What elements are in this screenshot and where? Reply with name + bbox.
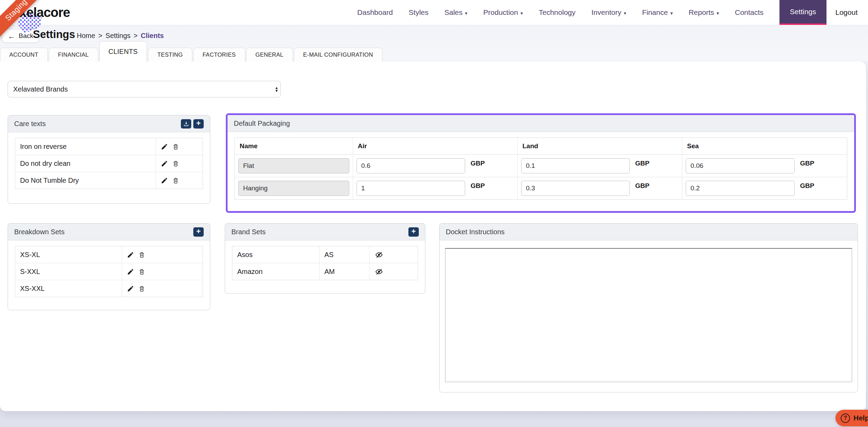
sea-cell: GBP xyxy=(682,177,847,199)
edit-button[interactable] xyxy=(127,268,134,275)
packaging-sea-input[interactable] xyxy=(686,181,795,196)
nav-contacts[interactable]: Contacts xyxy=(735,8,764,17)
add-brand-set-button[interactable]: + xyxy=(408,227,419,237)
nav-sales[interactable]: Sales ▾ xyxy=(444,8,468,17)
tab-financial[interactable]: FINANCIAL xyxy=(49,48,98,61)
plus-icon: + xyxy=(412,228,416,235)
sea-cell: GBP xyxy=(682,155,847,177)
air-cell: GBP xyxy=(353,155,518,177)
docket-instructions-textarea[interactable] xyxy=(445,248,852,382)
tab-email-configuration[interactable]: E-MAIL CONFIGURATION xyxy=(294,48,382,61)
delete-button[interactable] xyxy=(172,143,179,150)
nav-production[interactable]: Production ▾ xyxy=(483,8,523,17)
pencil-icon xyxy=(127,285,134,292)
nav-dashboard[interactable]: Dashboard xyxy=(357,8,393,17)
row-actions xyxy=(122,280,203,297)
brand-name: Asos xyxy=(232,246,320,263)
edit-button[interactable] xyxy=(127,285,134,292)
docket-instructions-body xyxy=(440,240,858,391)
delete-button[interactable] xyxy=(172,160,179,167)
packaging-air-input[interactable] xyxy=(357,181,465,196)
add-breakdown-set-button[interactable]: + xyxy=(193,227,204,237)
plus-icon: + xyxy=(196,120,201,127)
trash-icon xyxy=(172,160,179,167)
chevron-down-icon: ▾ xyxy=(465,10,468,16)
table-row: Amazon AM xyxy=(232,263,418,280)
breadcrumb-home[interactable]: Home xyxy=(77,32,95,40)
tab-general[interactable]: GENERAL xyxy=(246,48,293,61)
breakdown-set-value: S-XXL xyxy=(15,263,122,280)
chevron-down-icon: ▾ xyxy=(670,10,673,16)
land-cell: GBP xyxy=(518,155,682,177)
brand-code: AS xyxy=(320,246,370,263)
column-header-land: Land xyxy=(518,138,682,154)
default-packaging-header: Default Packaging xyxy=(228,115,854,132)
chevron-down-icon: ▾ xyxy=(520,10,523,16)
docket-instructions-header: Docket Instructions xyxy=(440,224,858,240)
delete-button[interactable] xyxy=(172,177,179,184)
nav-reports[interactable]: Reports ▾ xyxy=(689,8,719,17)
add-care-text-button[interactable]: + xyxy=(193,119,204,129)
packaging-land-input[interactable] xyxy=(521,158,630,173)
packaging-sea-input[interactable] xyxy=(686,158,795,173)
care-text-value: Do not dry clean xyxy=(15,155,156,172)
table-row: GBP GBP GBP xyxy=(235,155,847,177)
brand-sets-body: Asos AS Amazon AM xyxy=(225,240,425,286)
toggle-visibility-button[interactable] xyxy=(375,251,384,259)
breakdown-sets-body: XS-XL S-XXL XS-XXL xyxy=(8,240,210,303)
breakdown-sets-header: Breakdown Sets + xyxy=(8,224,210,240)
currency-label: GBP xyxy=(635,160,649,167)
help-button[interactable]: ? Help xyxy=(835,410,868,426)
brand-name: Amazon xyxy=(232,263,320,280)
care-text-value: Iron on reverse xyxy=(15,138,156,155)
trash-icon xyxy=(172,143,179,150)
nav-styles[interactable]: Styles xyxy=(409,8,428,17)
packaging-name-input xyxy=(238,181,349,196)
delete-button[interactable] xyxy=(138,285,145,292)
column-header-name: Name xyxy=(235,138,353,154)
eye-slash-icon xyxy=(375,251,384,259)
brand-sets-table: Asos AS Amazon AM xyxy=(232,246,418,280)
edit-button[interactable] xyxy=(127,251,134,258)
eye-slash-icon xyxy=(375,268,384,276)
tab-clients[interactable]: CLIENTS xyxy=(99,41,147,61)
toggle-visibility-button[interactable] xyxy=(375,268,384,276)
settings-tabs: ACCOUNT FINANCIAL CLIENTS TESTING FACTOR… xyxy=(0,41,384,61)
client-select[interactable]: Xelavated Brands ▴▾ xyxy=(8,81,281,97)
edit-button[interactable] xyxy=(161,177,168,184)
tab-testing[interactable]: TESTING xyxy=(148,48,192,61)
tab-factories[interactable]: FACTORIES xyxy=(193,48,245,61)
breakdown-sets-table: XS-XL S-XXL XS-XXL xyxy=(15,246,203,297)
download-icon xyxy=(183,121,189,127)
edit-button[interactable] xyxy=(161,143,168,150)
logout-link[interactable]: Logout xyxy=(835,8,858,17)
brand-sets-title: Brand Sets xyxy=(231,228,266,236)
breakdown-set-value: XS-XXL xyxy=(15,280,122,297)
main-nav: Dashboard Styles Sales ▾ Production ▾ Te… xyxy=(349,0,868,25)
pencil-icon xyxy=(127,268,134,275)
breakdown-sets-title: Breakdown Sets xyxy=(14,228,65,236)
delete-button[interactable] xyxy=(138,251,145,258)
breadcrumb-settings[interactable]: Settings xyxy=(105,32,130,40)
air-cell: GBP xyxy=(353,177,518,199)
packaging-air-input[interactable] xyxy=(357,158,465,173)
packaging-land-input[interactable] xyxy=(521,181,630,196)
nav-inventory[interactable]: Inventory ▾ xyxy=(591,8,626,17)
tab-account[interactable]: ACCOUNT xyxy=(0,48,48,61)
currency-label: GBP xyxy=(635,182,649,190)
client-select-value: Xelavated Brands xyxy=(13,85,68,93)
clients-settings-content: Xelavated Brands ▴▾ Care texts + Iron on… xyxy=(0,61,866,411)
table-row: Do Not Tumble Dry xyxy=(15,172,203,189)
table-row: GBP GBP GBP xyxy=(235,177,847,199)
pencil-icon xyxy=(161,160,168,167)
breakdown-sets-panel: Breakdown Sets + XS-XL S-XXL xyxy=(8,223,210,310)
nav-technology[interactable]: Technology xyxy=(539,8,575,17)
download-care-texts-button[interactable] xyxy=(181,119,191,129)
currency-label: GBP xyxy=(471,160,485,167)
edit-button[interactable] xyxy=(161,160,168,167)
delete-button[interactable] xyxy=(138,268,145,275)
nav-finance[interactable]: Finance ▾ xyxy=(642,8,673,17)
brand-sets-header: Brand Sets + xyxy=(225,224,425,240)
trash-icon xyxy=(138,268,145,275)
nav-settings[interactable]: Settings xyxy=(779,0,827,25)
